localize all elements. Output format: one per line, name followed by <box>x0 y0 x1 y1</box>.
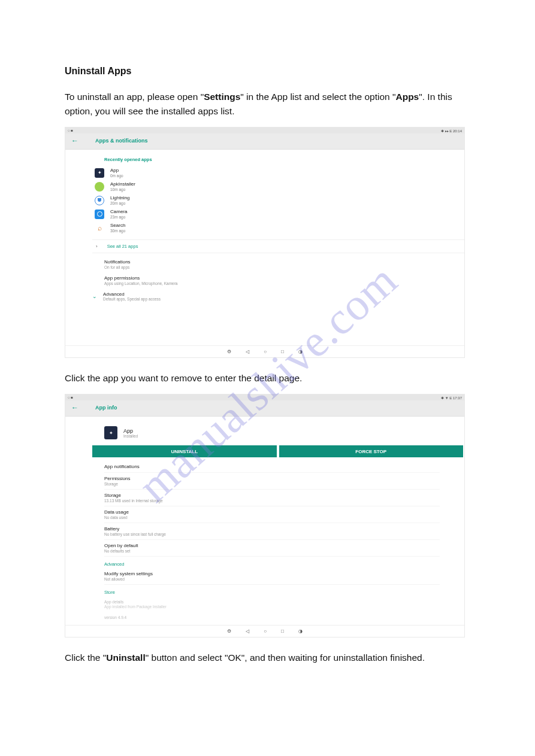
advanced-label: Advanced <box>103 292 161 297</box>
version-text: version 4.9.4 <box>104 615 440 620</box>
row-sub: Not allowed <box>104 577 440 581</box>
text: " button and select "OK", and then waiti… <box>146 652 425 663</box>
permissions-row[interactable]: Permissions Storage <box>104 473 440 490</box>
row-sub: 13.13 MB used in Internal storage <box>104 499 440 503</box>
row-title: App permissions <box>104 275 464 281</box>
doc-heading: Uninstall Apps <box>65 66 475 77</box>
nav-power-icon[interactable]: ⚙ <box>227 629 231 634</box>
row-title: App details <box>104 600 440 604</box>
nav-back-icon[interactable]: ◁ <box>246 349 249 354</box>
screenshot-apps-notifications: ○ ■ ✱ ▸▸ E 20:14 ← Apps & notifications … <box>65 127 465 358</box>
storage-row[interactable]: Storage 13.13 MB used in Internal storag… <box>104 490 440 506</box>
app-name: Search <box>110 223 125 228</box>
app-permissions-row[interactable]: App permissions Apps using Location, Mic… <box>104 275 464 286</box>
apkinstaller-icon <box>95 182 104 192</box>
status-right: ✱ ▸▸ E 20:14 <box>441 129 462 133</box>
status-bar: ○ ■ ✱ ▼ E 17:37 <box>65 394 464 400</box>
row-sub: No defaults set <box>104 549 440 553</box>
app-icon: ✦ <box>104 426 117 439</box>
row-title: Open by default <box>104 543 440 548</box>
row-title: Storage <box>104 493 440 498</box>
store-section: Store <box>104 590 464 595</box>
advanced-row[interactable]: ⌄ Advanced Default apps, Special app acc… <box>92 292 464 301</box>
app-sub: 23m ago <box>110 215 127 219</box>
title-bar: ← Apps & notifications <box>65 133 464 150</box>
back-button[interactable]: ← <box>71 404 78 411</box>
force-stop-button[interactable]: FORCE STOP <box>279 445 464 457</box>
text: To uninstall an app, please open " <box>65 92 204 102</box>
list-item[interactable]: ✦ App 0m ago <box>95 166 464 180</box>
bold-uninstall: Uninstall <box>106 652 145 663</box>
data-usage-row[interactable]: Data usage No data used <box>104 506 440 523</box>
app-sub: 0m ago <box>110 174 123 178</box>
row-sub: Apps using Location, Microphone, Kamera <box>104 281 464 286</box>
app-name: App <box>110 168 123 173</box>
uninstall-button[interactable]: UNINSTALL <box>92 445 277 457</box>
app-name: App <box>123 428 138 434</box>
row-title: Permissions <box>104 476 440 481</box>
app-header: ✦ App Installed <box>92 421 464 445</box>
row-title: App notifications <box>104 464 440 469</box>
row-sub: No battery use since last full charge <box>104 532 440 536</box>
nav-recent-icon[interactable]: □ <box>281 349 284 354</box>
battery-row[interactable]: Battery No battery use since last full c… <box>104 523 440 540</box>
nav-bar: ⚙ ◁ ○ □ ◑ <box>65 345 464 357</box>
nav-back-icon[interactable]: ◁ <box>246 629 249 634</box>
chevron-down-icon: ⌄ <box>92 293 97 299</box>
row-title: Data usage <box>104 509 440 515</box>
status-bar: ○ ■ ✱ ▸▸ E 20:14 <box>65 127 464 133</box>
see-all-apps[interactable]: › See all 21 apps <box>92 239 464 253</box>
row-sub: App installed from Package Installer <box>104 605 440 609</box>
text: Click the " <box>65 652 106 663</box>
status-left: ○ ■ <box>68 396 73 399</box>
app-name: ApkInstaller <box>110 181 135 187</box>
doc-para-2: Click the app you want to remove to ente… <box>65 371 475 385</box>
advanced-sub: Default apps, Special app access <box>103 297 161 301</box>
status-left: ○ ■ <box>68 129 73 132</box>
app-sub: 20m ago <box>110 201 129 205</box>
list-item[interactable]: ⌕ Search 30m ago <box>95 221 464 235</box>
app-name: Lightning <box>110 195 129 201</box>
nav-bar: ⚙ ◁ ○ □ ◑ <box>65 625 464 637</box>
see-all-label: See all 21 apps <box>107 244 138 249</box>
chevron-right-icon: › <box>96 244 98 249</box>
row-sub: No data used <box>104 515 440 520</box>
row-sub: On for all apps <box>104 265 464 269</box>
bold-apps: Apps <box>395 92 419 102</box>
bold-settings: Settings <box>204 92 240 102</box>
app-name: Camera <box>110 209 127 214</box>
nav-screenshot-icon[interactable]: ◑ <box>298 349 303 354</box>
app-icon: ✦ <box>95 168 104 178</box>
text: " in the App list and select the option … <box>240 92 395 102</box>
modify-system-settings-row[interactable]: Modify system settings Not allowed <box>104 568 440 585</box>
list-item[interactable]: ApkInstaller 10m ago <box>95 180 464 193</box>
screen-title: Apps & notifications <box>95 138 148 144</box>
lightning-icon <box>95 196 104 205</box>
screenshot-app-info: ○ ■ ✱ ▼ E 17:37 ← App info ✦ App Install… <box>65 394 465 637</box>
version-row: version 4.9.4 <box>104 612 440 623</box>
doc-para-3: Click the "Uninstall" button and select … <box>65 651 475 665</box>
app-status: Installed <box>123 434 138 438</box>
app-notifications-row[interactable]: App notifications <box>104 461 440 473</box>
nav-screenshot-icon[interactable]: ◑ <box>298 629 303 634</box>
notifications-row[interactable]: Notifications On for all apps <box>104 259 464 269</box>
app-details-row[interactable]: App details App installed from Package I… <box>104 596 440 612</box>
nav-home-icon[interactable]: ○ <box>264 349 267 354</box>
app-sub: 30m ago <box>110 229 125 233</box>
screen-title: App info <box>95 405 117 411</box>
nav-recent-icon[interactable]: □ <box>281 629 284 634</box>
doc-para-1: To uninstall an app, please open "Settin… <box>65 90 475 119</box>
back-button[interactable]: ← <box>71 137 78 144</box>
nav-power-icon[interactable]: ⚙ <box>227 349 231 354</box>
row-sub: Storage <box>104 482 440 486</box>
row-title: Battery <box>104 526 440 532</box>
list-item[interactable]: Camera 23m ago <box>95 207 464 221</box>
nav-home-icon[interactable]: ○ <box>264 629 267 634</box>
open-by-default-row[interactable]: Open by default No defaults set <box>104 540 440 557</box>
status-right: ✱ ▼ E 17:37 <box>441 396 462 400</box>
camera-icon <box>95 210 104 219</box>
title-bar: ← App info <box>65 400 464 417</box>
section-recently-opened: Recently opened apps <box>104 157 464 162</box>
list-item[interactable]: Lightning 20m ago <box>95 193 464 207</box>
row-title: Notifications <box>104 259 464 265</box>
